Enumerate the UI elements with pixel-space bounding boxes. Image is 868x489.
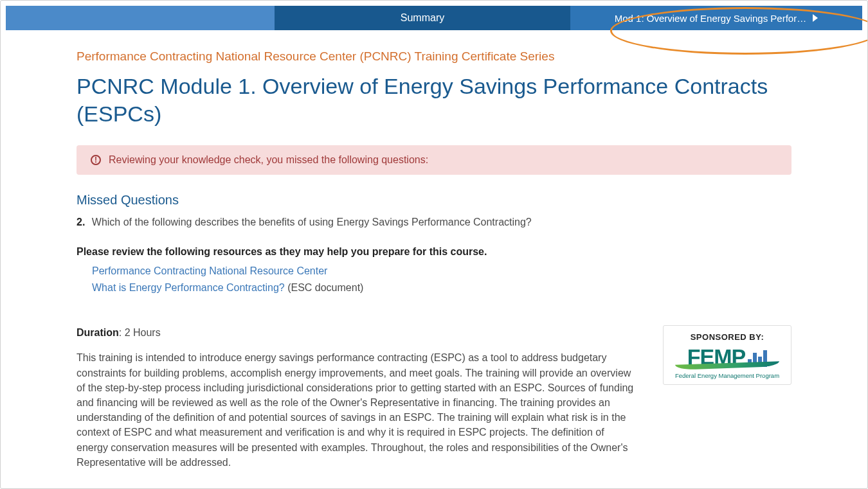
app-frame: Summary Mod 1: Overview of Energy Saving…	[0, 0, 868, 489]
resource-link[interactable]: Performance Contracting National Resourc…	[92, 265, 327, 276]
question-text: Which of the following describes the ben…	[92, 217, 532, 227]
page-title: PCNRC Module 1. Overview of Energy Savin…	[77, 73, 791, 127]
svg-marker-0	[813, 14, 818, 22]
resource-list: Performance Contracting National Resourc…	[77, 263, 791, 296]
femp-logo: FEMP	[669, 344, 786, 369]
missed-question: 2. Which of the following describes the …	[77, 217, 791, 228]
resource-suffix: (ESC document)	[287, 282, 363, 293]
nav-next-tab[interactable]: Mod 1: Overview of Energy Savings Perfor…	[570, 6, 862, 30]
question-number: 2.	[77, 217, 85, 227]
top-nav: Summary Mod 1: Overview of Energy Saving…	[6, 6, 862, 30]
duration-line: Duration: 2 Hours	[77, 325, 637, 340]
body-text: Duration: 2 Hours This training is inten…	[77, 325, 637, 470]
resource-link[interactable]: What is Energy Performance Contracting?	[92, 282, 285, 293]
series-title: Performance Contracting National Resourc…	[77, 49, 791, 64]
nav-next-label: Mod 1: Overview of Energy Savings Perfor…	[615, 13, 806, 24]
review-intro: Please review the following resources as…	[77, 246, 791, 258]
description-paragraph: This training is intended to introduce e…	[77, 350, 637, 470]
sponsor-label: SPONSORED BY:	[669, 332, 786, 342]
nav-current-tab[interactable]: Summary	[275, 6, 570, 30]
duration-label: Duration	[77, 327, 119, 338]
duration-value: : 2 Hours	[119, 327, 161, 338]
missed-heading: Missed Questions	[77, 193, 791, 208]
resource-item: What is Energy Performance Contracting? …	[92, 280, 791, 296]
sponsor-subtitle: Federal Energy Management Program	[669, 372, 786, 379]
main-content: Performance Contracting National Resourc…	[6, 30, 862, 470]
nav-current-label: Summary	[401, 12, 444, 24]
chevron-right-icon	[811, 14, 818, 22]
resource-item: Performance Contracting National Resourc…	[92, 263, 791, 280]
sponsor-box: SPONSORED BY: FEMP Federal Energy Manage…	[663, 325, 791, 385]
body-row: Duration: 2 Hours This training is inten…	[77, 325, 791, 470]
alert-text: Reviewing your knowledge check, you miss…	[109, 154, 428, 166]
alert-icon: !	[91, 155, 101, 165]
alert-banner: ! Reviewing your knowledge check, you mi…	[77, 145, 791, 175]
nav-prev[interactable]	[6, 6, 275, 30]
